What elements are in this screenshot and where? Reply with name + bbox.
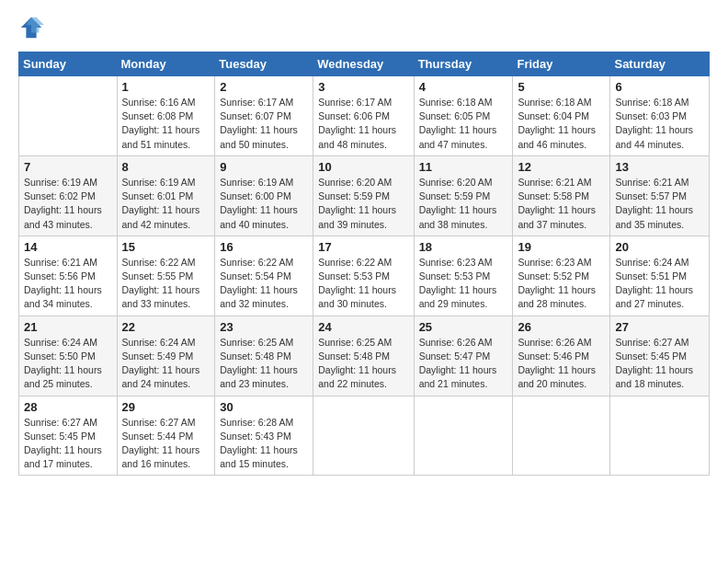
day-number: 10 <box>318 160 408 174</box>
day-number: 11 <box>419 160 508 174</box>
weekday-header: Tuesday <box>215 52 313 76</box>
header <box>18 15 710 40</box>
day-info: Sunrise: 6:19 AMSunset: 6:02 PMDaylight:… <box>24 176 112 232</box>
day-info: Sunrise: 6:18 AMSunset: 6:05 PMDaylight:… <box>419 96 508 152</box>
day-info: Sunrise: 6:20 AMSunset: 5:59 PMDaylight:… <box>419 176 508 232</box>
calendar-cell: 3Sunrise: 6:17 AMSunset: 6:06 PMDaylight… <box>313 76 414 156</box>
day-info: Sunrise: 6:16 AMSunset: 6:08 PMDaylight:… <box>122 96 210 152</box>
day-number: 14 <box>24 240 112 254</box>
day-info: Sunrise: 6:24 AMSunset: 5:49 PMDaylight:… <box>122 336 210 392</box>
day-info: Sunrise: 6:21 AMSunset: 5:56 PMDaylight:… <box>24 256 112 312</box>
calendar-week-row: 1Sunrise: 6:16 AMSunset: 6:08 PMDaylight… <box>19 76 710 156</box>
calendar-cell: 1Sunrise: 6:16 AMSunset: 6:08 PMDaylight… <box>117 76 215 156</box>
calendar-cell: 5Sunrise: 6:18 AMSunset: 6:04 PMDaylight… <box>513 76 610 156</box>
day-number: 26 <box>518 320 605 334</box>
day-info: Sunrise: 6:21 AMSunset: 5:57 PMDaylight:… <box>615 176 704 232</box>
weekday-header: Wednesday <box>313 52 414 76</box>
calendar-cell: 21Sunrise: 6:24 AMSunset: 5:50 PMDayligh… <box>19 316 118 396</box>
day-info: Sunrise: 6:22 AMSunset: 5:55 PMDaylight:… <box>122 256 210 312</box>
day-number: 28 <box>24 400 112 414</box>
day-info: Sunrise: 6:24 AMSunset: 5:50 PMDaylight:… <box>24 336 112 392</box>
calendar-cell: 20Sunrise: 6:24 AMSunset: 5:51 PMDayligh… <box>610 236 710 316</box>
day-number: 30 <box>220 400 308 414</box>
day-number: 19 <box>518 240 605 254</box>
weekday-header: Thursday <box>414 52 513 76</box>
day-info: Sunrise: 6:20 AMSunset: 5:59 PMDaylight:… <box>318 176 408 232</box>
day-number: 12 <box>518 160 605 174</box>
day-info: Sunrise: 6:23 AMSunset: 5:53 PMDaylight:… <box>419 256 508 312</box>
calendar-cell <box>610 396 710 476</box>
day-info: Sunrise: 6:22 AMSunset: 5:54 PMDaylight:… <box>220 256 308 312</box>
day-number: 9 <box>220 160 308 174</box>
weekday-header: Monday <box>117 52 215 76</box>
calendar-cell: 2Sunrise: 6:17 AMSunset: 6:07 PMDaylight… <box>215 76 313 156</box>
calendar-cell: 6Sunrise: 6:18 AMSunset: 6:03 PMDaylight… <box>610 76 710 156</box>
calendar-cell: 9Sunrise: 6:19 AMSunset: 6:00 PMDaylight… <box>215 155 313 236</box>
day-number: 25 <box>419 320 508 334</box>
day-number: 13 <box>615 160 704 174</box>
calendar-cell <box>414 396 513 476</box>
calendar-cell: 27Sunrise: 6:27 AMSunset: 5:45 PMDayligh… <box>610 316 710 396</box>
day-number: 23 <box>220 320 308 334</box>
calendar-cell: 17Sunrise: 6:22 AMSunset: 5:53 PMDayligh… <box>313 236 414 316</box>
day-number: 3 <box>318 80 408 94</box>
calendar-cell: 15Sunrise: 6:22 AMSunset: 5:55 PMDayligh… <box>117 236 215 316</box>
day-info: Sunrise: 6:28 AMSunset: 5:43 PMDaylight:… <box>220 416 308 472</box>
calendar-cell: 28Sunrise: 6:27 AMSunset: 5:45 PMDayligh… <box>19 396 118 476</box>
calendar-week-row: 14Sunrise: 6:21 AMSunset: 5:56 PMDayligh… <box>19 236 710 316</box>
day-number: 8 <box>122 160 210 174</box>
day-info: Sunrise: 6:26 AMSunset: 5:46 PMDaylight:… <box>518 336 605 392</box>
calendar-week-row: 28Sunrise: 6:27 AMSunset: 5:45 PMDayligh… <box>19 396 710 476</box>
day-number: 18 <box>419 240 508 254</box>
day-number: 7 <box>24 160 112 174</box>
day-info: Sunrise: 6:21 AMSunset: 5:58 PMDaylight:… <box>518 176 605 232</box>
calendar-cell: 8Sunrise: 6:19 AMSunset: 6:01 PMDaylight… <box>117 155 215 236</box>
day-number: 24 <box>318 320 408 334</box>
weekday-header: Friday <box>513 52 610 76</box>
calendar-cell: 12Sunrise: 6:21 AMSunset: 5:58 PMDayligh… <box>513 155 610 236</box>
calendar-cell: 26Sunrise: 6:26 AMSunset: 5:46 PMDayligh… <box>513 316 610 396</box>
calendar-cell: 30Sunrise: 6:28 AMSunset: 5:43 PMDayligh… <box>215 396 313 476</box>
day-number: 1 <box>122 80 210 94</box>
day-number: 20 <box>615 240 704 254</box>
day-info: Sunrise: 6:25 AMSunset: 5:48 PMDaylight:… <box>318 336 408 392</box>
day-info: Sunrise: 6:27 AMSunset: 5:44 PMDaylight:… <box>122 416 210 472</box>
day-number: 29 <box>122 400 210 414</box>
day-info: Sunrise: 6:18 AMSunset: 6:04 PMDaylight:… <box>518 96 605 152</box>
day-info: Sunrise: 6:17 AMSunset: 6:07 PMDaylight:… <box>220 96 308 152</box>
day-info: Sunrise: 6:25 AMSunset: 5:48 PMDaylight:… <box>220 336 308 392</box>
day-info: Sunrise: 6:27 AMSunset: 5:45 PMDaylight:… <box>24 416 112 472</box>
calendar-cell: 11Sunrise: 6:20 AMSunset: 5:59 PMDayligh… <box>414 155 513 236</box>
calendar-cell: 22Sunrise: 6:24 AMSunset: 5:49 PMDayligh… <box>117 316 215 396</box>
day-info: Sunrise: 6:23 AMSunset: 5:52 PMDaylight:… <box>518 256 605 312</box>
day-number: 5 <box>518 80 605 94</box>
day-number: 21 <box>24 320 112 334</box>
weekday-header: Sunday <box>19 52 118 76</box>
calendar-week-row: 7Sunrise: 6:19 AMSunset: 6:02 PMDaylight… <box>19 155 710 236</box>
calendar-cell: 14Sunrise: 6:21 AMSunset: 5:56 PMDayligh… <box>19 236 118 316</box>
calendar-cell: 7Sunrise: 6:19 AMSunset: 6:02 PMDaylight… <box>19 155 118 236</box>
logo <box>18 15 46 40</box>
day-number: 16 <box>220 240 308 254</box>
calendar-header-row: SundayMondayTuesdayWednesdayThursdayFrid… <box>19 52 710 76</box>
calendar-table: SundayMondayTuesdayWednesdayThursdayFrid… <box>18 52 710 476</box>
day-info: Sunrise: 6:24 AMSunset: 5:51 PMDaylight:… <box>615 256 704 312</box>
calendar-cell: 4Sunrise: 6:18 AMSunset: 6:05 PMDaylight… <box>414 76 513 156</box>
day-info: Sunrise: 6:18 AMSunset: 6:03 PMDaylight:… <box>615 96 704 152</box>
calendar-cell <box>313 396 414 476</box>
day-info: Sunrise: 6:17 AMSunset: 6:06 PMDaylight:… <box>318 96 408 152</box>
calendar-week-row: 21Sunrise: 6:24 AMSunset: 5:50 PMDayligh… <box>19 316 710 396</box>
day-info: Sunrise: 6:19 AMSunset: 6:00 PMDaylight:… <box>220 176 308 232</box>
weekday-header: Saturday <box>610 52 710 76</box>
page-container: SundayMondayTuesdayWednesdayThursdayFrid… <box>0 0 728 485</box>
day-number: 15 <box>122 240 210 254</box>
calendar-cell: 23Sunrise: 6:25 AMSunset: 5:48 PMDayligh… <box>215 316 313 396</box>
day-info: Sunrise: 6:27 AMSunset: 5:45 PMDaylight:… <box>615 336 704 392</box>
day-number: 2 <box>220 80 308 94</box>
day-number: 6 <box>615 80 704 94</box>
day-info: Sunrise: 6:26 AMSunset: 5:47 PMDaylight:… <box>419 336 508 392</box>
day-info: Sunrise: 6:22 AMSunset: 5:53 PMDaylight:… <box>318 256 408 312</box>
calendar-cell: 19Sunrise: 6:23 AMSunset: 5:52 PMDayligh… <box>513 236 610 316</box>
calendar-cell <box>19 76 118 156</box>
day-number: 27 <box>615 320 704 334</box>
